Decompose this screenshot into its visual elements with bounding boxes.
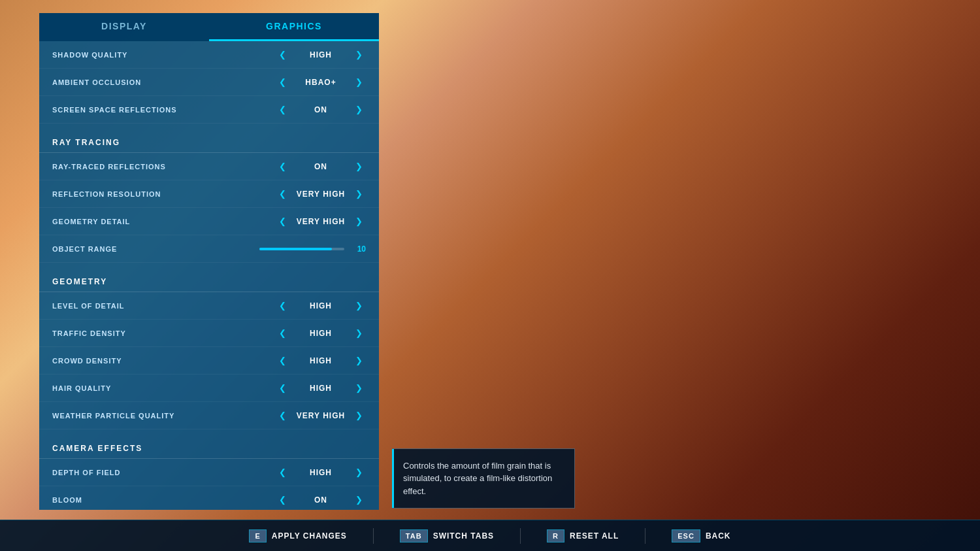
tab-bar: DISPLAY GRAPHICS	[39, 13, 379, 41]
setting-shadow-quality: SHADOW QUALITY ❮ HIGH ❯	[39, 41, 379, 69]
arrow-left-weather[interactable]: ❮	[276, 409, 289, 422]
arrow-left-rtr[interactable]: ❮	[276, 160, 289, 173]
arrow-right-crowd[interactable]: ❯	[352, 354, 366, 367]
setting-lod: LEVEL OF DETAIL ❮ HIGH ❯	[39, 292, 379, 320]
setting-crowd-density: CROWD DENSITY ❮ HIGH ❯	[39, 347, 379, 375]
label-back: BACK	[706, 531, 731, 541]
label-geometry-detail: GEOMETRY DETAIL	[52, 218, 276, 225]
label-ssr: SCREEN SPACE REFLECTIONS	[52, 106, 276, 114]
action-back[interactable]: ESC BACK	[672, 529, 730, 543]
arrow-left-reflres[interactable]: ❮	[276, 188, 289, 200]
setting-object-range: OBJECT RANGE 10	[39, 235, 379, 263]
label-bloom: BLOOM	[52, 496, 276, 504]
key-reset: R	[547, 529, 564, 543]
arrow-left-traffic[interactable]: ❮	[276, 327, 289, 339]
tooltip-box: Controls the amount of film grain that i…	[392, 448, 575, 509]
label-reflection-res: REFLECTION RESOLUTION	[52, 190, 276, 198]
arrow-left-hair[interactable]: ❮	[276, 382, 289, 394]
tooltip-text: Controls the amount of film grain that i…	[403, 461, 552, 496]
label-weather-particle: WEATHER PARTICLE QUALITY	[52, 412, 276, 420]
arrow-right-geodet[interactable]: ❯	[352, 215, 366, 227]
divider-2	[520, 528, 521, 544]
arrow-left-geodet[interactable]: ❮	[276, 215, 289, 227]
setting-ssr: SCREEN SPACE REFLECTIONS ❮ ON ❯	[39, 96, 379, 124]
label-apply: APPLY CHANGES	[272, 531, 347, 541]
label-lod: LEVEL OF DETAIL	[52, 302, 276, 310]
arrow-right-lod[interactable]: ❯	[352, 299, 366, 312]
label-ambient-occlusion: AMBIENT OCCLUSION	[52, 78, 276, 86]
arrow-left-crowd[interactable]: ❮	[276, 354, 289, 367]
arrow-left-lod[interactable]: ❮	[276, 299, 289, 312]
value-rt-reflections: ON	[295, 162, 347, 171]
arrow-left-bloom[interactable]: ❮	[276, 493, 289, 506]
action-switch: TAB SWITCH TABS	[400, 529, 494, 543]
setting-ambient-occlusion: AMBIENT OCCLUSION ❮ HBAO+ ❯	[39, 69, 379, 96]
arrow-right-weather[interactable]: ❯	[352, 409, 366, 422]
section-geometry: GEOMETRY	[39, 268, 379, 292]
arrow-left-dof[interactable]: ❮	[276, 466, 289, 478]
key-back: ESC	[672, 529, 700, 543]
bottom-bar: E APPLY CHANGES TAB SWITCH TABS R RESET …	[0, 520, 980, 551]
tab-display[interactable]: DISPLAY	[39, 13, 209, 41]
label-reset: RESET ALL	[570, 531, 619, 541]
value-object-range: 10	[350, 244, 366, 254]
value-lod: HIGH	[295, 301, 347, 310]
setting-traffic-density: TRAFFIC DENSITY ❮ HIGH ❯	[39, 320, 379, 347]
arrow-right-shadow[interactable]: ❯	[352, 48, 366, 61]
setting-dof: DEPTH OF FIELD ❮ HIGH ❯	[39, 459, 379, 486]
label-rt-reflections: RAY-TRACED REFLECTIONS	[52, 163, 276, 171]
setting-geometry-detail: GEOMETRY DETAIL ❮ VERY HIGH ❯	[39, 208, 379, 235]
label-hair-quality: HAIR QUALITY	[52, 384, 276, 392]
label-crowd-density: CROWD DENSITY	[52, 357, 276, 365]
section-ray-tracing: RAY TRACING	[39, 129, 379, 153]
value-reflection-res: VERY HIGH	[295, 190, 347, 199]
settings-panel: DISPLAY GRAPHICS SHADOW QUALITY ❮ HIGH ❯…	[39, 13, 379, 510]
arrow-right-hair[interactable]: ❯	[352, 382, 366, 394]
value-ambient-occlusion: HBAO+	[295, 78, 347, 87]
label-switch: SWITCH TABS	[433, 531, 494, 541]
arrow-right-ssr[interactable]: ❯	[352, 103, 366, 116]
value-bloom: ON	[295, 495, 347, 505]
value-shadow-quality: HIGH	[295, 50, 347, 59]
action-reset[interactable]: R RESET ALL	[547, 529, 619, 543]
setting-bloom: BLOOM ❮ ON ❯	[39, 486, 379, 510]
value-crowd-density: HIGH	[295, 356, 347, 365]
label-shadow-quality: SHADOW QUALITY	[52, 51, 276, 59]
key-apply: E	[249, 529, 266, 543]
label-object-range: OBJECT RANGE	[52, 245, 259, 253]
settings-content[interactable]: SHADOW QUALITY ❮ HIGH ❯ AMBIENT OCCLUSIO…	[39, 41, 379, 510]
slider-fill-object-range	[259, 248, 332, 250]
action-apply: E APPLY CHANGES	[249, 529, 346, 543]
divider-1	[373, 528, 374, 544]
tab-graphics[interactable]: GRAPHICS	[209, 13, 379, 41]
value-ssr: ON	[295, 105, 347, 114]
key-switch: TAB	[400, 529, 428, 543]
value-weather-particle: VERY HIGH	[295, 411, 347, 420]
arrow-right-reflres[interactable]: ❯	[352, 188, 366, 200]
arrow-right-rtr[interactable]: ❯	[352, 160, 366, 173]
label-dof: DEPTH OF FIELD	[52, 469, 276, 476]
arrow-left-ao[interactable]: ❮	[276, 76, 289, 88]
arrow-left-ssr[interactable]: ❮	[276, 103, 289, 116]
section-camera-effects: CAMERA EFFECTS	[39, 435, 379, 459]
value-traffic-density: HIGH	[295, 329, 347, 338]
value-dof: HIGH	[295, 468, 347, 477]
slider-track-object-range[interactable]	[259, 248, 344, 250]
arrow-right-bloom[interactable]: ❯	[352, 493, 366, 506]
setting-rt-reflections: RAY-TRACED REFLECTIONS ❮ ON ❯	[39, 153, 379, 180]
label-traffic-density: TRAFFIC DENSITY	[52, 329, 276, 337]
value-hair-quality: HIGH	[295, 384, 347, 393]
setting-weather-particle: WEATHER PARTICLE QUALITY ❮ VERY HIGH ❯	[39, 402, 379, 429]
arrow-left-shadow[interactable]: ❮	[276, 48, 289, 61]
setting-reflection-res: REFLECTION RESOLUTION ❮ VERY HIGH ❯	[39, 180, 379, 208]
arrow-right-ao[interactable]: ❯	[352, 76, 366, 88]
setting-hair-quality: HAIR QUALITY ❮ HIGH ❯	[39, 375, 379, 402]
divider-3	[645, 528, 645, 544]
value-geometry-detail: VERY HIGH	[295, 217, 347, 226]
arrow-right-dof[interactable]: ❯	[352, 466, 366, 478]
arrow-right-traffic[interactable]: ❯	[352, 327, 366, 339]
